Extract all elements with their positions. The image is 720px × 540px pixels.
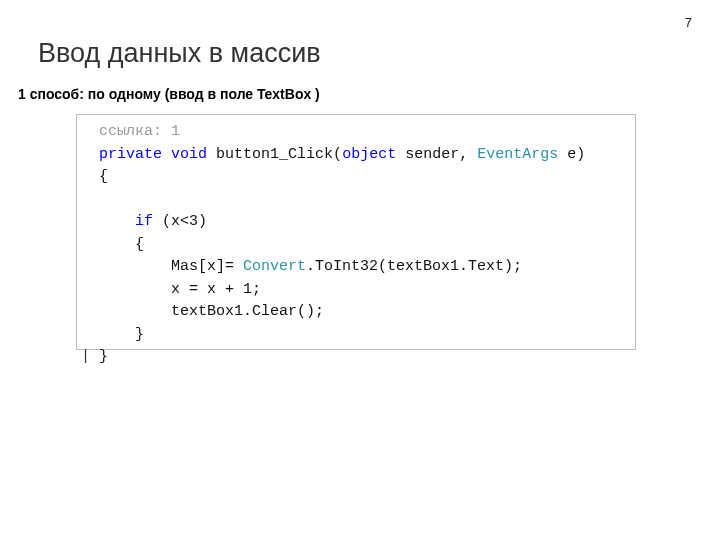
inner-brace-close: } [135, 326, 144, 343]
type-eventargs: EventArgs [477, 146, 558, 163]
stmt-mas-right: .ToInt32(textBox1.Text); [306, 258, 522, 275]
brace-open: { [99, 168, 108, 185]
keyword-void: void [171, 146, 207, 163]
brace-close: } [99, 348, 108, 365]
if-condition: (x<3) [153, 213, 207, 230]
keyword-private: private [99, 146, 162, 163]
code-reference-label: ссылка: 1 [99, 123, 180, 140]
param-sender: sender, [396, 146, 477, 163]
stmt-clear: textBox1.Clear(); [171, 303, 324, 320]
code-snippet: ссылка: 1 private void button1_Click(obj… [76, 114, 636, 350]
text-cursor-icon: | [81, 348, 90, 365]
page-number: 7 [685, 15, 692, 30]
stmt-increment: x = x + 1; [171, 281, 261, 298]
keyword-if: if [135, 213, 153, 230]
slide-title: Ввод данных в массив [38, 38, 321, 69]
stmt-mas-left: Mas[x]= [171, 258, 243, 275]
slide-subtitle: 1 способ: по одному (ввод в поле TextBox… [18, 86, 320, 102]
type-convert: Convert [243, 258, 306, 275]
keyword-object: object [342, 146, 396, 163]
method-name: button1_Click [216, 146, 333, 163]
inner-brace-open: { [135, 236, 144, 253]
param-e: e) [558, 146, 585, 163]
